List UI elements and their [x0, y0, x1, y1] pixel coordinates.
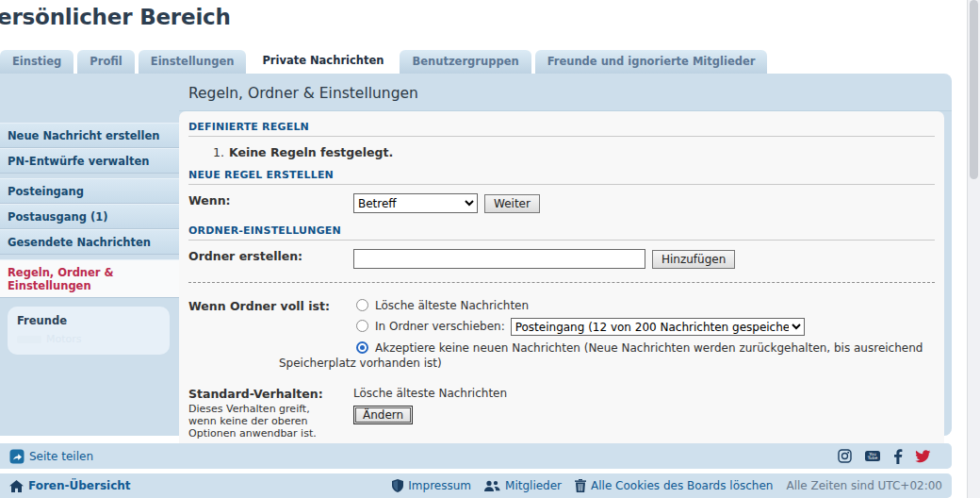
folder-full-row: Wenn Ordner voll ist: Lösche älteste Nac… — [188, 298, 935, 375]
page-title: ersönlicher Bereich — [0, 5, 231, 29]
friend-entry-faint[interactable]: Motors — [17, 333, 160, 345]
settings-panel: DEFINIERTE REGELN 1.Keine Regeln festgel… — [179, 111, 944, 460]
share-page-label: Seite teilen — [29, 450, 93, 463]
impressum-link[interactable]: Impressum — [392, 479, 471, 492]
option-label: Lösche älteste Nachrichten — [375, 299, 529, 312]
default-behavior-value: Lösche älteste Nachrichten — [353, 387, 507, 400]
dashed-divider — [188, 282, 935, 283]
members-icon — [484, 480, 500, 492]
section-heading-new-rule: NEUE REGEL ERSTELLEN — [188, 169, 935, 185]
tab-bar: Einstieg Profil Einstellungen Private Na… — [0, 47, 767, 74]
option-label: In Ordner verschieben: — [375, 320, 505, 333]
create-folder-label: Ordner erstellen: — [188, 249, 353, 263]
radio-icon[interactable] — [356, 320, 368, 332]
folder-full-options: Lösche älteste Nachrichten In Ordner ver… — [279, 298, 935, 375]
default-behavior-row: Standard-Verhalten: Dieses Verhalten gre… — [188, 387, 935, 440]
sidebar-item-posteingang[interactable]: Posteingang — [0, 178, 179, 204]
board-index-label: Foren-Übersicht — [28, 479, 131, 492]
friends-panel: Freunde Motors — [8, 307, 170, 355]
scrollbar-track[interactable] — [967, 0, 980, 498]
section-heading-defined-rules: DEFINIERTE REGELN — [188, 121, 935, 137]
impressum-label: Impressum — [408, 479, 471, 492]
instagram-icon[interactable] — [838, 449, 852, 463]
social-icons: YouTube — [838, 449, 931, 464]
sidebar-item-postausgang[interactable]: Postausgang (1) — [0, 204, 179, 229]
create-folder-row: Ordner erstellen: Hinzufügen — [188, 249, 935, 269]
shield-icon — [392, 479, 403, 492]
option-delete-oldest[interactable]: Lösche älteste Nachrichten — [279, 298, 935, 313]
hinzufuegen-button[interactable]: Hinzufügen — [652, 250, 735, 269]
default-behavior-description: Dieses Verhalten greift, wenn keine der … — [188, 403, 339, 440]
share-icon — [9, 449, 24, 464]
home-icon — [9, 480, 24, 492]
tab-freunde-ignorierte[interactable]: Freunde und ignorierte Mitglieder — [535, 50, 768, 74]
faint-username-fragment — [17, 336, 41, 343]
share-bar: Seite teilen YouTube — [0, 443, 952, 469]
friends-panel-title: Freunde — [17, 314, 160, 327]
when-label: Wenn: — [188, 193, 353, 208]
trash-icon — [575, 479, 586, 492]
tab-einstieg[interactable]: Einstieg — [0, 50, 74, 74]
weiter-button[interactable]: Weiter — [484, 194, 540, 213]
facebook-icon[interactable] — [893, 449, 903, 464]
sidebar-item-regeln-ordner[interactable]: Regeln, Ordner & Einstellungen — [0, 259, 179, 298]
friend-name-faint: Motors — [46, 333, 82, 345]
sidebar: Neue Nachricht erstellen PN-Entwürfe ver… — [0, 74, 179, 355]
radio-icon-selected[interactable] — [356, 341, 368, 354]
personal-area-page: ersönlicher Bereich Einstieg Profil Eins… — [0, 0, 980, 498]
sidebar-item-gesendete[interactable]: Gesendete Nachrichten — [0, 229, 179, 255]
defined-rules-list: 1.Keine Regeln festgelegt. — [213, 145, 935, 159]
move-target-folder-select[interactable]: Posteingang (12 von 200 Nachrichten gesp… — [511, 318, 805, 336]
sidebar-item-neue-nachricht[interactable]: Neue Nachricht erstellen — [0, 123, 179, 148]
tab-einstellungen[interactable]: Einstellungen — [139, 50, 247, 74]
footer-bar: Foren-Übersicht Impressum Mitglieder Al — [0, 473, 952, 498]
aendern-button[interactable]: Ändern — [353, 406, 413, 424]
folder-name-input[interactable] — [353, 249, 645, 269]
tab-benutzergruppen[interactable]: Benutzergruppen — [400, 50, 531, 74]
rule-condition-select[interactable]: Betreff — [353, 193, 478, 213]
content-wrapper: Neue Nachricht erstellen PN-Entwürfe ver… — [0, 74, 952, 436]
scrollbar-thumb[interactable] — [970, 0, 978, 179]
board-index-link[interactable]: Foren-Übersicht — [9, 479, 131, 492]
svg-text:Tube: Tube — [867, 456, 878, 460]
option-move-to-folder[interactable]: In Ordner verschieben:Posteingang (12 vo… — [279, 318, 935, 336]
sidebar-item-pn-entwuerfe[interactable]: PN-Entwürfe verwalten — [0, 148, 179, 174]
rule-text: Keine Regeln festgelegt. — [229, 145, 393, 159]
main-column: Regeln, Ordner & Einstellungen DEFINIERT… — [179, 74, 952, 460]
tab-profil[interactable]: Profil — [77, 50, 134, 74]
delete-cookies-label: Alle Cookies des Boards löschen — [591, 479, 773, 492]
option-accept-no-new[interactable]: Akzeptiere keine neuen Nachrichten (Neue… — [279, 340, 935, 371]
delete-cookies-link[interactable]: Alle Cookies des Boards löschen — [575, 479, 773, 492]
tab-private-nachrichten[interactable]: Private Nachrichten — [250, 47, 396, 74]
default-behavior-label: Standard-Verhalten: — [188, 387, 353, 401]
share-page-link[interactable]: Seite teilen — [9, 449, 93, 464]
timezone-text: Alle Zeiten sind UTC+02:00 — [786, 479, 942, 492]
main-header-title: Regeln, Ordner & Einstellungen — [179, 74, 952, 111]
folder-full-label: Wenn Ordner voll ist: — [188, 299, 353, 313]
new-rule-row: Wenn: Betreff Weiter — [188, 193, 935, 213]
radio-icon[interactable] — [356, 299, 368, 311]
youtube-icon[interactable]: YouTube — [864, 449, 881, 463]
rule-number: 1. — [213, 145, 224, 159]
section-heading-folder-settings: ORDNER-EINSTELLUNGEN — [188, 224, 935, 241]
twitter-icon[interactable] — [915, 450, 931, 463]
option-label: Akzeptiere keine neuen Nachrichten (Neue… — [279, 341, 923, 370]
members-link[interactable]: Mitglieder — [484, 479, 562, 492]
members-label: Mitglieder — [505, 479, 562, 492]
